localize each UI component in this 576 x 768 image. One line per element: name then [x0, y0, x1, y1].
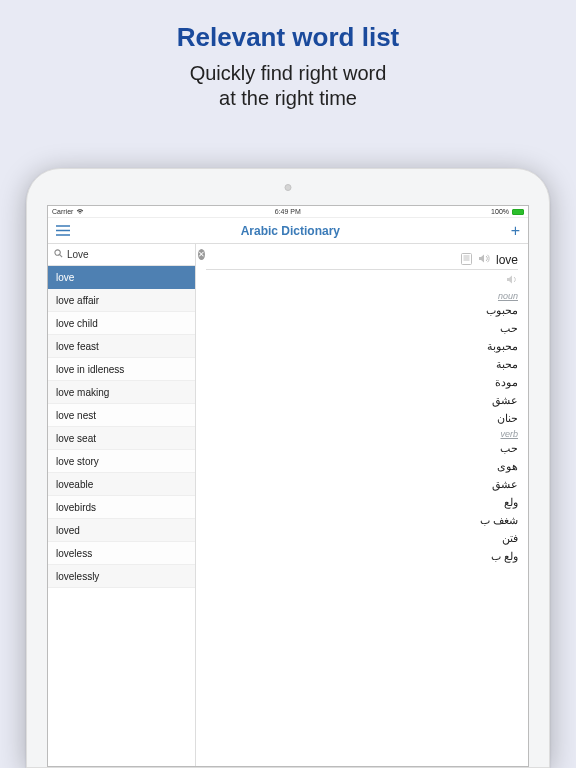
- promo-sub-line2: at the right time: [219, 87, 357, 109]
- word-list-item[interactable]: love seat: [48, 427, 195, 450]
- headword: love: [496, 253, 518, 267]
- wifi-icon: [76, 208, 84, 216]
- carrier-label: Carrier: [52, 208, 73, 215]
- word-list-item[interactable]: love making: [48, 381, 195, 404]
- status-bar: Carrier 6:49 PM 100%: [48, 206, 528, 218]
- search-row: ✕: [48, 244, 195, 266]
- pronounce-icon[interactable]: [506, 274, 518, 287]
- word-list-item[interactable]: lovebirds: [48, 496, 195, 519]
- translation-noun: محبة: [206, 355, 518, 373]
- document-icon[interactable]: [461, 253, 472, 267]
- speaker-icon[interactable]: [478, 253, 490, 266]
- word-list-item[interactable]: loved: [48, 519, 195, 542]
- translation-verb: فتن: [206, 529, 518, 547]
- translation-noun: مودة: [206, 373, 518, 391]
- word-list[interactable]: lovelove affairlove childlove feastlove …: [48, 266, 195, 766]
- svg-line-1: [60, 255, 62, 257]
- translation-noun: محبوبة: [206, 337, 518, 355]
- svg-rect-2: [461, 253, 471, 264]
- word-list-item[interactable]: love story: [48, 450, 195, 473]
- translation-verb: شغف ب: [206, 511, 518, 529]
- translation-noun: محبوب: [206, 301, 518, 319]
- word-list-item[interactable]: love in idleness: [48, 358, 195, 381]
- word-list-item[interactable]: loveless: [48, 542, 195, 565]
- promo-title: Relevant word list: [0, 0, 576, 53]
- status-time: 6:49 PM: [275, 208, 301, 215]
- pos-noun-label: noun: [206, 289, 518, 301]
- detail-header: love: [206, 250, 518, 270]
- word-list-item[interactable]: love nest: [48, 404, 195, 427]
- translation-noun: حب: [206, 319, 518, 337]
- translation-verb: ولع ب: [206, 547, 518, 565]
- nav-bar: Arabic Dictionary +: [48, 218, 528, 244]
- translation-verb: عشق: [206, 475, 518, 493]
- promo-subtitle: Quickly find right word at the right tim…: [0, 61, 576, 111]
- translation-verb: هوى: [206, 457, 518, 475]
- promo-sub-line1: Quickly find right word: [190, 62, 387, 84]
- translation-noun: عشق: [206, 391, 518, 409]
- add-button[interactable]: +: [511, 223, 520, 239]
- detail-pane: love noun محبوبحبمحبوبةمحبةمودةعشقحنان v…: [196, 244, 528, 766]
- word-list-item[interactable]: love feast: [48, 335, 195, 358]
- word-list-item[interactable]: love affair: [48, 289, 195, 312]
- translation-verb: حب: [206, 439, 518, 457]
- search-input[interactable]: [67, 249, 194, 260]
- battery-percent: 100%: [491, 208, 509, 215]
- word-list-item[interactable]: love: [48, 266, 195, 289]
- battery-icon: [512, 209, 524, 215]
- word-list-item[interactable]: lovelessly: [48, 565, 195, 588]
- sidebar: ✕ lovelove affairlove childlove feastlov…: [48, 244, 196, 766]
- nav-title: Arabic Dictionary: [241, 224, 340, 238]
- pos-verb-label: verb: [206, 427, 518, 439]
- device-camera-dot: [285, 184, 292, 191]
- device-frame: Carrier 6:49 PM 100% Arabic Dictionary +: [26, 168, 550, 768]
- svg-point-0: [55, 250, 60, 255]
- word-list-item[interactable]: love child: [48, 312, 195, 335]
- device-screen: Carrier 6:49 PM 100% Arabic Dictionary +: [47, 205, 529, 767]
- translation-noun: حنان: [206, 409, 518, 427]
- search-icon: [54, 249, 63, 260]
- translation-verb: ولع: [206, 493, 518, 511]
- word-list-item[interactable]: loveable: [48, 473, 195, 496]
- menu-icon[interactable]: [56, 224, 70, 238]
